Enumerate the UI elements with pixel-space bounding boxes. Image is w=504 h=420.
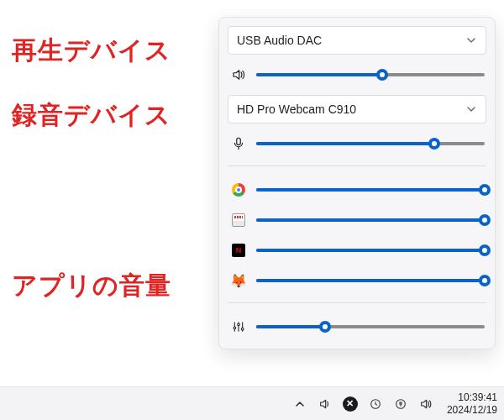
svg-point-1 [234,327,236,329]
app-volume-row [228,178,486,202]
tray-network-volume-icon[interactable] [418,396,433,412]
app-icon-wrap [229,211,248,229]
app-icon-wrap [229,181,248,199]
section-separator [228,302,486,303]
microphone-icon [229,134,248,153]
media-player-icon [232,213,245,227]
playback-volume-slider[interactable] [256,67,485,82]
netflix-icon: N [232,244,245,257]
speaker-icon [229,66,248,84]
tray-clock-icon[interactable] [368,396,383,412]
app-volume-row [228,208,486,232]
playback-volume-row [228,63,486,87]
tray-volume-icon[interactable] [318,396,333,412]
label-playback-device: 再生デバイス [12,34,171,68]
waterfox-icon: 🦊 [230,273,247,289]
mixer-volume-slider[interactable] [256,319,485,334]
app-volume-slider[interactable] [256,213,485,228]
mixer-volume-row [228,315,486,339]
tray-ime-icon[interactable] [393,396,408,412]
app-volume-slider[interactable] [256,243,485,258]
playback-device-name: USB Audio DAC [237,34,322,47]
app-volume-slider[interactable] [256,182,485,197]
taskbar: ✕ 10:39:41 2024/12/19 [0,386,504,420]
app-volume-row: 🦊 [228,269,486,292]
label-app-volume: アプリの音量 [12,269,171,303]
tray-app-icon[interactable]: ✕ [343,396,358,412]
tray-overflow-chevron-icon[interactable] [292,396,307,412]
chrome-icon [232,183,245,197]
label-recording-device: 録音デバイス [12,98,171,133]
recording-device-dropdown[interactable]: HD Pro Webcam C910 [228,95,486,123]
app-volumes-section: N🦊 [228,178,486,292]
taskbar-date: 2024/12/19 [447,404,497,417]
volume-flyout: USB Audio DAC HD Pro Webcam C910 N🦊 [218,17,496,349]
app-volume-row: N [228,239,486,262]
svg-point-2 [238,323,240,326]
chevron-down-icon [465,103,477,115]
recording-volume-slider[interactable] [256,136,485,151]
svg-point-3 [241,328,244,330]
svg-rect-0 [237,138,241,144]
system-tray: ✕ [292,396,433,412]
chevron-down-icon [465,34,477,46]
annotation-labels: 再生デバイス 録音デバイス アプリの音量 [12,34,171,303]
taskbar-time: 10:39:41 [447,391,497,404]
recording-device-name: HD Pro Webcam C910 [237,102,356,116]
app-icon-wrap: N [229,241,248,260]
playback-device-dropdown[interactable]: USB Audio DAC [228,26,486,55]
app-volume-slider[interactable] [256,273,485,288]
mixer-icon [229,318,248,336]
section-separator [228,165,486,166]
taskbar-clock[interactable]: 10:39:41 2024/12/19 [442,391,497,417]
recording-volume-row [228,132,486,155]
annotation-spacer [12,163,171,239]
app-icon-wrap: 🦊 [229,271,248,290]
